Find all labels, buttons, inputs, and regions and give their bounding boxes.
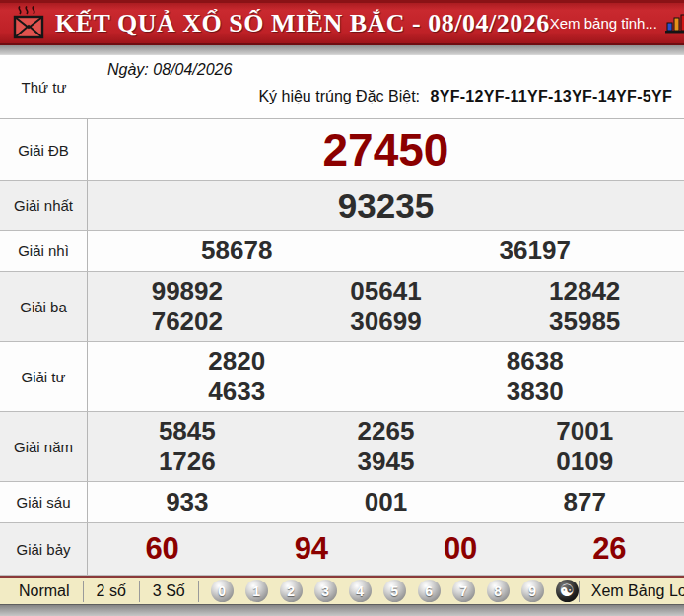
prize-label: Giải nhất bbox=[0, 181, 88, 230]
prize-number: 05641 bbox=[287, 276, 486, 307]
digit-ball-8[interactable]: 8 bbox=[487, 580, 510, 602]
prize-value-line: 28208638 bbox=[88, 346, 684, 376]
header-divider-bar bbox=[0, 45, 684, 55]
digit-ball-5[interactable]: 5 bbox=[383, 580, 406, 602]
prize-value-line: 5867836197 bbox=[88, 236, 684, 266]
prize-number: 93235 bbox=[88, 186, 684, 226]
draw-info-row: Thứ tư Ngày: 08/04/2026 Ký hiệu trúng Đặ… bbox=[0, 55, 684, 119]
prize-number: 0109 bbox=[485, 446, 684, 477]
digit-ball-2[interactable]: 2 bbox=[280, 580, 303, 602]
prize-row: Giải ba998920564112842762023069935985 bbox=[0, 272, 684, 342]
digit-ball-7[interactable]: 7 bbox=[452, 580, 475, 602]
prize-values: 998920564112842762023069935985 bbox=[88, 272, 684, 341]
prize-value-line: 60940026 bbox=[88, 531, 684, 567]
prize-number: 35985 bbox=[485, 307, 684, 337]
digit-ball-4[interactable]: 4 bbox=[349, 580, 372, 602]
prize-value-line: 998920564112842 bbox=[88, 276, 684, 307]
prize-label: Giải bảy bbox=[0, 523, 88, 575]
bar-chart-icon[interactable] bbox=[665, 14, 684, 34]
prize-row: Giải ĐB27450 bbox=[0, 119, 684, 181]
prize-value-line: 93235 bbox=[88, 186, 684, 226]
prize-label: Giải ba bbox=[0, 272, 88, 341]
prize-number: 2820 bbox=[88, 346, 386, 376]
prize-label: Giải năm bbox=[0, 412, 88, 481]
mode-button-2so[interactable]: 2 số bbox=[84, 581, 140, 602]
prize-label: Giải ĐB bbox=[0, 119, 88, 180]
footer-divider-bar bbox=[0, 604, 684, 616]
prize-number: 1726 bbox=[88, 446, 287, 477]
prize-number: 2265 bbox=[287, 416, 486, 446]
prize-number: 36197 bbox=[386, 236, 684, 266]
prize-row: Giải nhì5867836197 bbox=[0, 231, 684, 272]
prize-row: Giải tư2820863846333830 bbox=[0, 342, 684, 412]
prize-number: 00 bbox=[386, 531, 535, 567]
prize-label: Giải nhì bbox=[0, 231, 88, 271]
prize-value-line: 46333830 bbox=[88, 376, 684, 407]
prize-number: 3945 bbox=[287, 446, 486, 477]
prize-number: 877 bbox=[485, 487, 684, 517]
prize-values: 2820863846333830 bbox=[88, 342, 684, 411]
special-symbol-value: 8YF-12YF-11YF-13YF-14YF-5YF bbox=[430, 88, 672, 104]
prize-values: 5867836197 bbox=[88, 231, 684, 271]
view-province-table-link[interactable]: Xem bảng tỉnh... bbox=[550, 15, 657, 32]
prize-values: 27450 bbox=[88, 119, 684, 180]
prize-number: 12842 bbox=[485, 276, 684, 307]
mode-button-normal[interactable]: Normal bbox=[6, 581, 84, 602]
prize-values: 584522657001172639450109 bbox=[88, 412, 684, 481]
prize-number: 27450 bbox=[88, 123, 684, 176]
prize-values: 933001877 bbox=[88, 482, 684, 522]
special-symbol-label: Ký hiệu trúng Đặc Biệt: bbox=[258, 88, 420, 104]
prize-label: Giải tư bbox=[0, 342, 88, 411]
prize-number: 76202 bbox=[88, 307, 287, 337]
prize-number: 30699 bbox=[287, 307, 486, 337]
prize-row: Giải nhất93235 bbox=[0, 181, 684, 231]
prize-number: 3830 bbox=[386, 376, 684, 407]
draw-date: Ngày: 08/04/2026 bbox=[107, 61, 676, 79]
prize-number: 60 bbox=[88, 531, 237, 567]
prize-value-line: 584522657001 bbox=[88, 416, 684, 446]
special-symbol-line: Ký hiệu trúng Đặc Biệt: 8YF-12YF-11YF-13… bbox=[107, 88, 676, 105]
weekday-label: Thứ tư bbox=[0, 55, 88, 118]
prize-number: 933 bbox=[88, 487, 287, 517]
prize-values: 93235 bbox=[88, 181, 684, 230]
digit-ball-1[interactable]: 1 bbox=[245, 580, 268, 602]
loto-toolbar: Normal 2 số 3 Số 0123456789☯ Xem Bảng Lo… bbox=[0, 576, 684, 604]
prize-values: 60940026 bbox=[88, 523, 684, 575]
header-bar: KẾT QUẢ XỔ SỐ MIỀN BẮC - 08/04/2026 Xem … bbox=[0, 0, 684, 45]
prize-row: Giải sáu933001877 bbox=[0, 482, 684, 523]
results-table: Giải ĐB27450Giải nhất93235Giải nhì586783… bbox=[0, 119, 684, 576]
digit-ball-6[interactable]: 6 bbox=[418, 580, 441, 602]
view-loto-table-link[interactable]: Xem Bảng Loto bbox=[591, 582, 684, 600]
prize-number: 4633 bbox=[88, 376, 386, 407]
prize-row: Giải bảy60940026 bbox=[0, 523, 684, 576]
prize-number: 99892 bbox=[88, 276, 287, 307]
prize-value-line: 172639450109 bbox=[88, 446, 684, 477]
prize-number: 001 bbox=[287, 487, 486, 517]
yin-yang-icon[interactable]: ☯ bbox=[556, 580, 579, 602]
prize-row: Giải năm584522657001172639450109 bbox=[0, 412, 684, 482]
prize-number: 5845 bbox=[88, 416, 287, 446]
prize-number: 7001 bbox=[485, 416, 684, 446]
prize-label: Giải sáu bbox=[0, 482, 88, 522]
envelope-icon bbox=[12, 6, 45, 41]
prize-value-line: 27450 bbox=[88, 123, 684, 176]
prize-value-line: 762023069935985 bbox=[88, 307, 684, 337]
digit-ball-3[interactable]: 3 bbox=[314, 580, 337, 602]
digit-ball-0[interactable]: 0 bbox=[211, 580, 234, 602]
digit-ball-9[interactable]: 9 bbox=[521, 580, 544, 602]
toolbar-divider bbox=[579, 581, 580, 602]
prize-number: 26 bbox=[535, 531, 684, 567]
prize-number: 94 bbox=[237, 531, 385, 567]
page-title: KẾT QUẢ XỔ SỐ MIỀN BẮC - 08/04/2026 bbox=[55, 9, 550, 38]
prize-number: 8638 bbox=[386, 346, 684, 376]
digit-ball-row: 0123456789☯ bbox=[211, 580, 579, 602]
prize-number: 58678 bbox=[88, 236, 386, 266]
mode-button-3so[interactable]: 3 Số bbox=[140, 581, 199, 602]
prize-value-line: 933001877 bbox=[88, 487, 684, 517]
